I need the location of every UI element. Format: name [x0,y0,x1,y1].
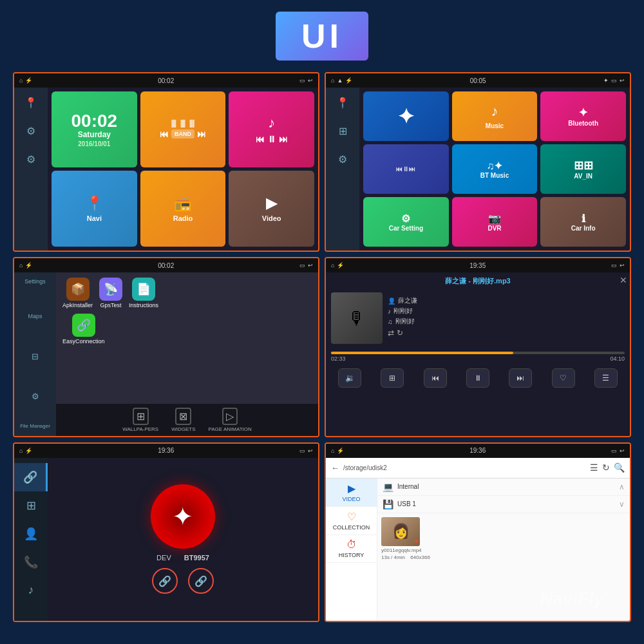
file-item-internal[interactable]: 💻 Internal ∧ [377,478,630,496]
video-nav-icon: ▶ [328,482,374,495]
apkinstaller-icon: 📦 [66,278,90,301]
tile-radio2[interactable]: 📻 Radio [140,171,226,247]
repeat-icon[interactable]: ↻ [397,328,403,337]
bt-nav-music[interactable]: ♪ [14,576,48,605]
next-btn[interactable]: ⏭ [509,368,532,388]
equalizer-btn[interactable]: ⊞ [381,368,404,388]
bt-screen-content: 🔗 ⊞ 👤 📞 ♪ ✦ DEV BT9957 🔗 🔗 [14,458,318,621]
status-icons-left-3: ⌂ ⚡ [19,262,32,269]
music-song-row: ♪ 刚刚好 [388,307,625,316]
screen1-main: 00:02 Saturday 2016/10/01 ▐▌▐▌▐▌ ⏮ BAND … [48,88,318,251]
search-icon[interactable]: 🔍 [614,462,625,473]
sidebar-2: 📍 ⊞ ⚙ [326,88,359,251]
file-content-area: 💻 Internal ∧ 💾 USB 1 ∨ 👩 [377,478,630,621]
screen3-content: Settings Maps ⊟ ⚙ File Manager 📦 ApkInst… [14,272,318,435]
music-controls: ⏮ ⏸ ⏭ [256,134,288,144]
tile-music-s2[interactable]: ♪ Music [452,91,538,141]
bt-nav-grid[interactable]: ⊞ [14,491,48,520]
screen-desktop: ⌂ ⚡ 00:02 ▭ ↩ Settings Maps ⊟ ⚙ File Man… [13,257,319,437]
file-back-btn[interactable]: ← [331,463,339,473]
sidebar-1: 📍 ⚙ ⚙ [14,88,48,251]
bt-unlink-btn[interactable]: 🔗 [188,568,214,594]
tile-avin[interactable]: ⊞⊞ AV_IN [540,144,626,194]
radio-prev[interactable]: ⏮ [160,129,169,139]
sidebar-settings-1[interactable]: ⚙ [21,121,41,140]
tile-radio[interactable]: ▐▌▐▌▐▌ ⏮ BAND ⏭ [140,91,226,167]
band-btn[interactable]: BAND [171,129,194,138]
wallpapers-label: WALLPA-PERS [122,426,158,432]
file-item-usb1[interactable]: 💾 USB 1 ∨ [377,496,630,513]
sidebar-maps-3[interactable]: Maps [14,311,56,321]
video-nav-label: VIDEO [342,496,360,502]
album-placeholder: 🎙 [331,292,383,344]
file-nav-history[interactable]: ⏱ HISTORY [326,535,377,563]
app-easyconnection[interactable]: 🔗 EasyConnection [62,314,105,345]
home-icon-4: ⌂ [331,262,334,269]
music-close-btn[interactable]: ✕ [620,275,627,285]
tile-btmusic[interactable]: ♫✦ BT Music [452,144,538,194]
tile-clock[interactable]: 00:02 Saturday 2016/10/01 [52,91,137,167]
app-apkinstaller[interactable]: 📦 ApkInstaller [62,278,93,308]
sidebar-location-1[interactable]: 📍 [21,93,41,112]
sidebar-sliders-3[interactable]: ⊟ [26,352,45,361]
pageanimation-label: PAGE ANIMATION [209,426,252,432]
music-prev[interactable]: ⏮ [256,134,265,144]
tile-dvr[interactable]: 📷 DVR [452,197,538,247]
file-nav-video[interactable]: ▶ VIDEO [326,478,377,507]
bt-nav-person[interactable]: 👤 [14,520,48,548]
filter-icon[interactable]: ☰ [590,462,598,473]
home-icon: ⌂ [19,77,23,84]
bt-label-s2: Bluetooth [568,120,598,127]
sidebar-gear-3[interactable]: ⚙ [26,392,45,401]
music-next[interactable]: ⏭ [279,134,288,144]
app-gpstest[interactable]: 📡 GpsTest [99,278,122,308]
tile-radio-ctrl[interactable]: ⏮⏸⏭ [363,144,449,194]
wallpapers-btn[interactable]: ⊞ WALLPA-PERS [122,408,158,432]
sidebar-location-2[interactable]: 📍 [333,93,352,112]
sidebar-settings-3[interactable]: Settings [14,276,56,287]
tile-video[interactable]: ▶ Video [229,171,314,247]
prev-btn[interactable]: ⏮ [424,368,447,388]
sidebar-gear-1[interactable]: ⚙ [21,149,41,169]
sidebar-gear-2[interactable]: ⚙ [333,149,352,169]
sidebar-filemanager[interactable]: File Manager [14,422,56,431]
play-pause-btn[interactable]: ⏸ [466,368,489,388]
bt-device-name: BT9957 [184,554,209,562]
bt-link-btn[interactable]: 🔗 [152,568,178,594]
shuffle-icon[interactable]: ⇄ [388,328,394,337]
music-controls-bar: 🔉 ⊞ ⏮ ⏸ ⏭ ♡ ☰ [326,365,630,392]
progress-bar-bg[interactable] [331,352,625,354]
radio-next[interactable]: ⏭ [197,129,206,139]
tile-navi[interactable]: 📍 Navi [52,171,137,247]
tile-music-home[interactable]: ♪ ⏮ ⏸ ⏭ [229,91,314,167]
file-nav-collection[interactable]: ♡ COLLECTION [326,507,377,535]
bottom-bar: ⊞ WALLPA-PERS ⊠ WIDGETS ▷ PAGE ANIMATION [56,404,318,436]
history-nav-label: HISTORY [339,552,365,558]
music-top-area: 🎙 👤 薛之谦 ♪ 刚刚好 ♫ 刚刚好 [326,287,630,349]
bt-symbol-circle: ✦ [151,484,215,549]
tile-carinfo[interactable]: ℹ Car Info [540,197,626,247]
app-grid-1: 00:02 Saturday 2016/10/01 ▐▌▐▌▐▌ ⏮ BAND … [52,91,314,247]
screen-apps: ⌂ ▲ ⚡ 00:05 ✦ ▭ ↩ 📍 ⊞ ⚙ ✦ [325,72,631,252]
refresh-icon[interactable]: ↻ [602,462,610,473]
music-play[interactable]: ⏸ [267,134,276,144]
like-btn[interactable]: ♡ [552,368,575,388]
bt-device-row: DEV BT9957 [156,554,209,562]
tile-bluetooth-main[interactable]: ✦ [363,91,449,141]
sidebar-sliders-2[interactable]: ⊞ [333,121,352,140]
bt-nav-phone[interactable]: 📞 [14,548,48,576]
carsetting-label: Car Setting [389,225,423,232]
status-time-2: 00:05 [470,77,486,84]
thumb-duration: 13s / 4min [381,554,405,560]
pageanimation-btn[interactable]: ▷ PAGE ANIMATION [209,408,252,432]
volume-btn[interactable]: 🔉 [338,368,361,388]
tile-bluetooth-s2[interactable]: ✦ Bluetooth [540,91,626,141]
playlist-btn[interactable]: ☰ [594,368,618,388]
bt-nav-link[interactable]: 🔗 [14,463,48,491]
home-icon-3: ⌂ [19,262,23,269]
widgets-btn[interactable]: ⊠ WIDGETS [171,408,195,432]
tile-carsetting[interactable]: ⚙ Car Setting [363,197,449,247]
app-instructions[interactable]: 📄 Instructions [129,278,158,308]
file-thumbnail-img[interactable]: 👩 ♥ [381,517,420,546]
usb-icon-3: ⚡ [25,262,32,269]
